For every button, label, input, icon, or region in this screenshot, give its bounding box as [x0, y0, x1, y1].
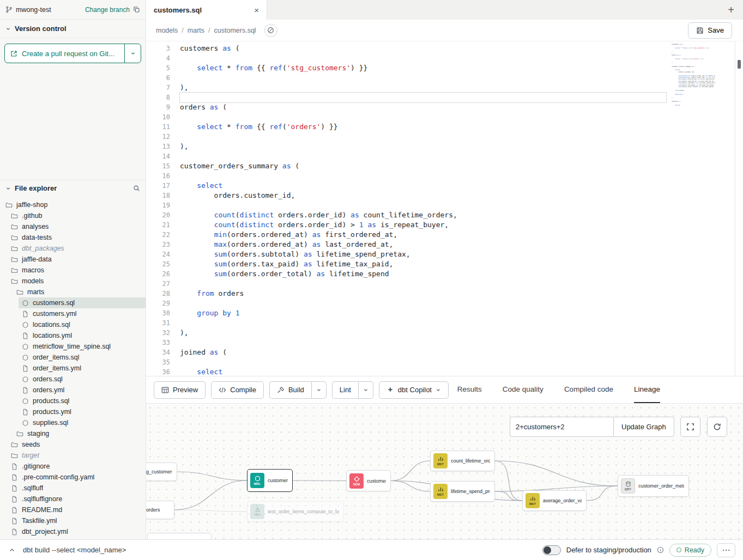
file-item-macros[interactable]: macros — [0, 265, 146, 276]
lineage-panel[interactable]: MDLstg_customersMDLordersMDLcustomersTST… — [146, 403, 743, 539]
code-line[interactable]: 28 from orders — [146, 289, 743, 299]
partial-node[interactable] — [147, 533, 212, 539]
file-item-orders.sql[interactable]: orders.sql — [0, 374, 146, 385]
file-explorer-header[interactable]: File explorer — [0, 180, 146, 196]
code-line[interactable]: 33 — [146, 338, 743, 348]
code-line[interactable]: 17 select — [146, 181, 743, 191]
lineage-node-average_order_value[interactable]: METaverage_order_value — [522, 490, 587, 511]
version-control-header[interactable]: Version control — [0, 20, 146, 38]
expand-console-button[interactable] — [8, 546, 16, 555]
compile-button[interactable]: Compile — [211, 381, 264, 399]
file-item-customers.sql[interactable]: customers.sql — [0, 297, 146, 308]
status-badge[interactable]: Ready — [669, 544, 711, 557]
create-pr-dropdown[interactable] — [124, 44, 141, 63]
lineage-node-customer_order_metrics[interactable]: QRYcustomer_order_metrics — [618, 475, 689, 497]
code-line[interactable]: 12 — [146, 132, 743, 142]
scrollbar-thumb[interactable] — [738, 60, 741, 69]
code-line[interactable]: 10 — [146, 112, 743, 122]
code-editor[interactable]: 3customers as (45 select * from {{ ref('… — [146, 41, 743, 376]
file-item-models[interactable]: models — [0, 276, 146, 287]
code-line[interactable]: 13), — [146, 142, 743, 151]
code-line[interactable]: 20 count(distinct orders.order_id) as co… — [146, 210, 743, 220]
code-line[interactable]: 31 — [146, 318, 743, 328]
circle-slash-icon[interactable] — [264, 24, 277, 37]
code-line[interactable]: 11 select * from {{ ref('orders') }} — [146, 122, 743, 132]
file-item-jaffle-data[interactable]: jaffle-data — [0, 254, 146, 265]
build-button[interactable]: Build — [269, 381, 311, 399]
code-line[interactable]: 9orders as ( — [146, 102, 743, 112]
file-item-locations.sql[interactable]: locations.sql — [0, 319, 146, 330]
code-line[interactable]: 6 — [146, 73, 743, 83]
file-item-target[interactable]: target — [0, 450, 146, 461]
tab-results[interactable]: Results — [457, 376, 482, 403]
file-item-marts[interactable]: marts — [0, 287, 146, 297]
file-item-metricflow_time_spine.sql[interactable]: metricflow_time_spine.sql — [0, 341, 146, 352]
copy-icon[interactable] — [133, 6, 140, 13]
preview-button[interactable]: Preview — [154, 381, 206, 399]
breadcrumb-item[interactable]: marts — [188, 27, 204, 34]
minimap[interactable]: customers as ( select * from {{ ref('stg… — [672, 44, 715, 106]
code-line[interactable]: 36 select — [146, 367, 743, 376]
code-line[interactable]: 23 max(orders.ordered_at) as last_ordere… — [146, 240, 743, 249]
code-line[interactable]: 19 — [146, 200, 743, 210]
tab-code-quality[interactable]: Code quality — [503, 376, 543, 403]
lineage-node-orders[interactable]: MDLorders — [146, 501, 174, 519]
code-line[interactable]: 21 count(distinct orders.order_id) > 1 a… — [146, 220, 743, 230]
code-line[interactable]: 26 sum(orders.order_total) as lifetime_s… — [146, 269, 743, 279]
code-line[interactable]: 24 sum(orders.subtotal) as lifetime_spen… — [146, 249, 743, 259]
file-item-.gitignore[interactable]: .gitignore — [0, 461, 146, 472]
file-item-supplies.sql[interactable]: supplies.sql — [0, 417, 146, 428]
file-item-analyses[interactable]: analyses — [0, 221, 146, 232]
code-line[interactable]: 16 — [146, 171, 743, 181]
lineage-search-input[interactable] — [510, 417, 613, 437]
file-item-.sqlfluff[interactable]: .sqlfluff — [0, 483, 146, 494]
code-line[interactable]: 18 orders.customer_id, — [146, 191, 743, 200]
code-line[interactable]: 7), — [146, 83, 743, 93]
lineage-node-test_order_items[interactable]: TSTtest_order_items_compute_to_bools... — [247, 501, 344, 522]
refresh-button[interactable] — [707, 417, 727, 437]
lineage-node-count_lifetime_orders[interactable]: METcount_lifetime_orders — [430, 451, 495, 471]
code-line[interactable]: 8 — [146, 93, 743, 102]
file-item-.pre-commit-config.yaml[interactable]: .pre-commit-config.yaml — [0, 472, 146, 483]
new-tab-button[interactable]: + — [719, 0, 743, 20]
code-line[interactable]: 14 — [146, 151, 743, 161]
code-line[interactable]: 5 select * from {{ ref('stg_customers') … — [146, 63, 743, 73]
code-line[interactable]: 29 — [146, 299, 743, 308]
build-dropdown[interactable] — [311, 381, 327, 399]
code-line[interactable]: 32), — [146, 328, 743, 338]
file-item-.sqlfluffignore[interactable]: .sqlfluffignore — [0, 494, 146, 504]
code-line[interactable]: 34joined as ( — [146, 348, 743, 357]
code-line[interactable]: 25 sum(orders.tax_paid) as lifetime_tax_… — [146, 259, 743, 269]
update-graph-button[interactable]: Update Graph — [613, 417, 674, 437]
file-item-locations.yml[interactable]: locations.yml — [0, 330, 146, 341]
close-icon[interactable]: × — [254, 5, 259, 15]
file-item-jaffle-shop[interactable]: jaffle-shop — [0, 199, 146, 210]
change-branch-link[interactable]: Change branch — [85, 6, 130, 14]
code-line[interactable]: 15customer_orders_summary as ( — [146, 161, 743, 171]
file-item-products.yml[interactable]: products.yml — [0, 406, 146, 417]
editor-scrollbar[interactable] — [735, 41, 743, 376]
tab-compiled-code[interactable]: Compiled code — [564, 376, 613, 403]
more-options-button[interactable]: ⋯ — [717, 543, 735, 557]
lineage-node-customers_model[interactable]: MDLcustomers — [247, 469, 293, 492]
lint-dropdown[interactable] — [358, 381, 373, 399]
lineage-node-stg_customers[interactable]: MDLstg_customers — [146, 462, 177, 481]
code-line[interactable]: 22 min(orders.ordered_at) as first_order… — [146, 230, 743, 240]
search-icon[interactable] — [133, 185, 140, 192]
file-item-seeds[interactable]: seeds — [0, 439, 146, 450]
file-item-order_items.yml[interactable]: order_items.yml — [0, 363, 146, 374]
code-line[interactable]: 3customers as ( — [146, 44, 743, 53]
file-item-products.sql[interactable]: products.sql — [0, 395, 146, 406]
fullscreen-button[interactable] — [680, 417, 700, 437]
copilot-button[interactable]: dbt Copilot — [379, 381, 449, 399]
lineage-node-customers_semantic[interactable]: SEMcustomers — [346, 470, 391, 491]
lint-button[interactable]: Lint — [332, 381, 358, 399]
code-line[interactable]: 30 group by 1 — [146, 308, 743, 318]
breadcrumb-item[interactable]: customers.sql — [214, 27, 256, 34]
file-item-orders.yml[interactable]: orders.yml — [0, 385, 146, 395]
file-item-dbt_project.yml[interactable]: dbt_project.yml — [0, 526, 146, 537]
save-button[interactable]: Save — [688, 22, 732, 39]
file-item-order_items.sql[interactable]: order_items.sql — [0, 352, 146, 363]
code-line[interactable]: 35 — [146, 357, 743, 367]
file-item-README.md[interactable]: README.md — [0, 504, 146, 515]
